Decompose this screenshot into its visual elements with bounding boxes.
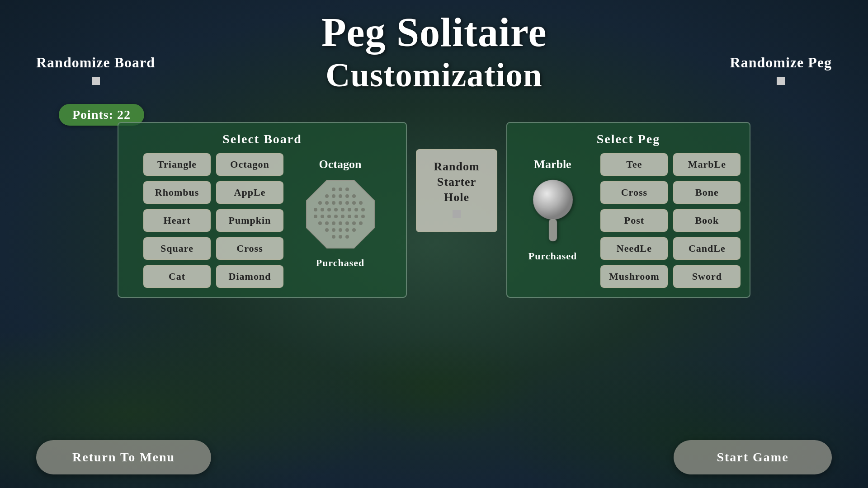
select-board-title: Select Board xyxy=(222,132,302,146)
svg-point-2 xyxy=(345,188,349,191)
peg-btn-sword[interactable]: Sword xyxy=(673,265,741,288)
randomize-board-checkbox[interactable] xyxy=(92,77,100,85)
svg-point-15 xyxy=(359,201,363,205)
svg-point-18 xyxy=(327,208,331,211)
peg-btn-post[interactable]: Post xyxy=(600,209,668,232)
select-peg-title: Select Peg xyxy=(597,132,660,146)
title-line2: Customization xyxy=(321,56,547,94)
svg-point-35 xyxy=(339,221,342,225)
svg-point-41 xyxy=(339,228,342,232)
main-content: Select Board Triangle Octagon Rhombus Ap… xyxy=(0,122,868,443)
svg-point-8 xyxy=(352,194,356,198)
board-btn-apple[interactable]: AppLe xyxy=(216,181,283,204)
board-btn-cross[interactable]: Cross xyxy=(216,237,283,260)
svg-point-14 xyxy=(352,201,356,205)
board-btn-triangle[interactable]: Triangle xyxy=(143,153,211,176)
svg-point-3 xyxy=(332,188,335,191)
svg-point-6 xyxy=(339,194,342,198)
svg-point-36 xyxy=(345,221,349,225)
svg-point-1 xyxy=(339,188,342,191)
peg-purchased-label: Purchased xyxy=(528,250,577,262)
svg-point-7 xyxy=(345,194,349,198)
randomize-peg-area: Randomize Peg xyxy=(730,54,832,87)
svg-point-11 xyxy=(332,201,335,205)
peg-panel-inner: Marble Purchased xyxy=(516,153,741,288)
peg-btn-tee[interactable]: Tee xyxy=(600,153,668,176)
svg-point-47 xyxy=(533,180,573,220)
svg-point-45 xyxy=(339,235,342,239)
bottom-buttons: Return To Menu Start Game xyxy=(0,440,868,474)
svg-point-12 xyxy=(339,201,342,205)
peg-buttons-grid: Tee MarbLe Cross Bone Post Book NeedLe C… xyxy=(600,153,741,288)
svg-point-25 xyxy=(321,215,324,218)
randomize-peg-checkbox[interactable] xyxy=(777,77,785,85)
svg-rect-48 xyxy=(549,219,557,241)
peg-btn-needle[interactable]: NeedLe xyxy=(600,237,668,260)
svg-point-16 xyxy=(314,208,317,211)
board-btn-diamond[interactable]: Diamond xyxy=(216,265,283,288)
board-buttons-grid: Triangle Octagon Rhombus AppLe Heart Pum… xyxy=(143,153,283,288)
svg-point-27 xyxy=(334,215,338,218)
title-line1: Peg Solitaire xyxy=(321,9,547,56)
svg-point-9 xyxy=(318,201,322,205)
peg-btn-mushroom[interactable]: Mushroom xyxy=(600,265,668,288)
start-game-button[interactable]: Start Game xyxy=(674,440,832,474)
select-board-panel: Select Board Triangle Octagon Rhombus Ap… xyxy=(118,122,407,298)
svg-point-30 xyxy=(354,215,358,218)
board-purchased-label: Purchased xyxy=(316,257,365,269)
page-title: Peg Solitaire Customization xyxy=(321,9,547,94)
svg-point-4 xyxy=(325,194,329,198)
random-starter-checkbox[interactable] xyxy=(453,210,461,218)
svg-point-24 xyxy=(314,215,317,218)
svg-point-40 xyxy=(332,228,335,232)
board-btn-rhombus[interactable]: Rhombus xyxy=(143,181,211,204)
peg-btn-cross[interactable]: Cross xyxy=(600,181,668,204)
peg-btn-candle[interactable]: CandLe xyxy=(673,237,741,260)
svg-point-34 xyxy=(332,221,335,225)
board-btn-octagon[interactable]: Octagon xyxy=(216,153,283,176)
peg-preview-area: Marble Purchased xyxy=(516,153,590,262)
svg-point-10 xyxy=(325,201,329,205)
randomize-board-label: Randomize Board xyxy=(36,54,155,71)
board-btn-cat[interactable]: Cat xyxy=(143,265,211,288)
board-preview-area: Octagon Purch xyxy=(299,153,381,269)
svg-point-46 xyxy=(345,235,349,239)
svg-point-37 xyxy=(352,221,356,225)
svg-point-26 xyxy=(327,215,331,218)
svg-point-21 xyxy=(348,208,351,211)
svg-point-33 xyxy=(325,221,329,225)
board-preview-label: Octagon xyxy=(319,158,362,171)
board-btn-heart[interactable]: Heart xyxy=(143,209,211,232)
svg-point-44 xyxy=(332,235,335,239)
svg-point-5 xyxy=(332,194,335,198)
svg-point-13 xyxy=(345,201,349,205)
svg-point-19 xyxy=(334,208,338,211)
points-value: Points: 22 xyxy=(72,108,131,122)
select-peg-panel: Select Peg Marble xyxy=(506,122,750,298)
octagon-preview-svg xyxy=(304,178,377,250)
random-starter-label: RandomStarterHole xyxy=(434,160,479,204)
svg-point-43 xyxy=(352,228,356,232)
svg-point-39 xyxy=(325,228,329,232)
randomize-peg-label: Randomize Peg xyxy=(730,54,832,71)
peg-btn-bone[interactable]: Bone xyxy=(673,181,741,204)
random-starter-area: RandomStarterHole xyxy=(411,122,502,232)
svg-point-38 xyxy=(359,221,363,225)
board-panel-inner: Triangle Octagon Rhombus AppLe Heart Pum… xyxy=(143,153,381,288)
peg-btn-book[interactable]: Book xyxy=(673,209,741,232)
svg-point-20 xyxy=(341,208,344,211)
board-btn-square[interactable]: Square xyxy=(143,237,211,260)
svg-point-29 xyxy=(348,215,351,218)
svg-point-23 xyxy=(361,208,365,211)
peg-btn-marble[interactable]: MarbLe xyxy=(673,153,741,176)
svg-point-28 xyxy=(341,215,344,218)
random-starter-box: RandomStarterHole xyxy=(416,149,497,232)
peg-preview-label: Marble xyxy=(534,158,571,171)
board-btn-pumpkin[interactable]: Pumpkin xyxy=(216,209,283,232)
svg-point-17 xyxy=(321,208,324,211)
svg-point-42 xyxy=(345,228,349,232)
svg-point-32 xyxy=(318,221,322,225)
marble-preview-svg xyxy=(528,178,578,244)
svg-point-22 xyxy=(354,208,358,211)
return-to-menu-button[interactable]: Return To Menu xyxy=(36,440,211,474)
